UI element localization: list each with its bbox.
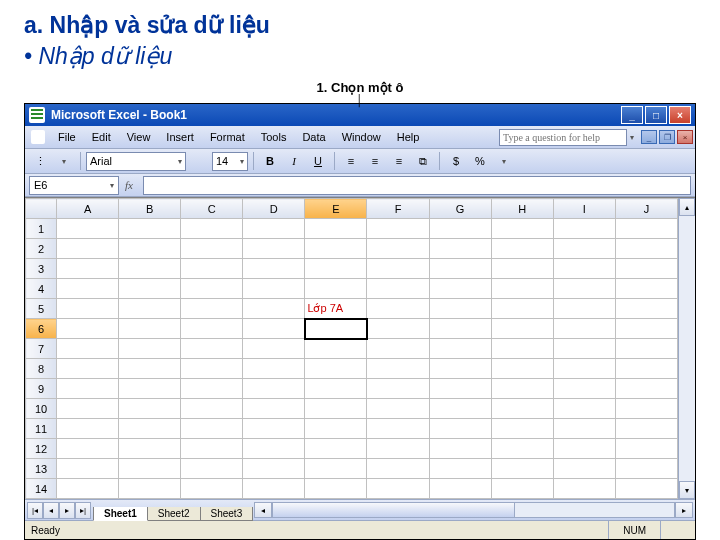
cell-J10[interactable] xyxy=(615,399,677,419)
cell-A14[interactable] xyxy=(57,479,119,499)
cell-E12[interactable] xyxy=(305,439,367,459)
cell-E5[interactable]: Lớp 7A xyxy=(305,299,367,319)
cell-H8[interactable] xyxy=(491,359,553,379)
cell-B9[interactable] xyxy=(119,379,181,399)
cell-D4[interactable] xyxy=(243,279,305,299)
cell-F1[interactable] xyxy=(367,219,429,239)
hscroll-track[interactable] xyxy=(272,502,675,518)
row-header-11[interactable]: 11 xyxy=(26,419,57,439)
column-header-E[interactable]: E xyxy=(305,199,367,219)
cell-C5[interactable] xyxy=(181,299,243,319)
sheet-tab-2[interactable]: Sheet2 xyxy=(147,507,201,521)
cell-G3[interactable] xyxy=(429,259,491,279)
align-left-button[interactable]: ≡ xyxy=(340,152,362,170)
font-name-select[interactable]: Arial▾ xyxy=(86,152,186,171)
cell-B14[interactable] xyxy=(119,479,181,499)
row-header-3[interactable]: 3 xyxy=(26,259,57,279)
name-box[interactable]: E6▾ xyxy=(29,176,119,195)
cell-B4[interactable] xyxy=(119,279,181,299)
cell-E1[interactable] xyxy=(305,219,367,239)
cell-H11[interactable] xyxy=(491,419,553,439)
underline-button[interactable]: U xyxy=(307,152,329,170)
cell-F8[interactable] xyxy=(367,359,429,379)
cell-F2[interactable] xyxy=(367,239,429,259)
cell-H3[interactable] xyxy=(491,259,553,279)
cell-C12[interactable] xyxy=(181,439,243,459)
cell-C2[interactable] xyxy=(181,239,243,259)
cell-B8[interactable] xyxy=(119,359,181,379)
row-header-1[interactable]: 1 xyxy=(26,219,57,239)
cell-A12[interactable] xyxy=(57,439,119,459)
cell-I12[interactable] xyxy=(553,439,615,459)
scroll-down-icon[interactable]: ▾ xyxy=(679,481,695,499)
cell-A13[interactable] xyxy=(57,459,119,479)
cell-A2[interactable] xyxy=(57,239,119,259)
align-right-button[interactable]: ≡ xyxy=(388,152,410,170)
cell-D3[interactable] xyxy=(243,259,305,279)
cell-C13[interactable] xyxy=(181,459,243,479)
menu-insert[interactable]: Insert xyxy=(159,131,201,143)
row-header-5[interactable]: 5 xyxy=(26,299,57,319)
cell-C4[interactable] xyxy=(181,279,243,299)
cell-I9[interactable] xyxy=(553,379,615,399)
cell-A8[interactable] xyxy=(57,359,119,379)
formula-bar[interactable] xyxy=(143,176,691,195)
cell-E11[interactable] xyxy=(305,419,367,439)
cell-I5[interactable] xyxy=(553,299,615,319)
currency-button[interactable]: $ xyxy=(445,152,467,170)
tab-nav-prev-button[interactable]: ◂ xyxy=(43,502,59,519)
cell-J6[interactable] xyxy=(615,319,677,339)
row-header-8[interactable]: 8 xyxy=(26,359,57,379)
cell-G12[interactable] xyxy=(429,439,491,459)
menu-format[interactable]: Format xyxy=(203,131,252,143)
cell-H5[interactable] xyxy=(491,299,553,319)
menu-window[interactable]: Window xyxy=(335,131,388,143)
row-header-13[interactable]: 13 xyxy=(26,459,57,479)
cell-H4[interactable] xyxy=(491,279,553,299)
menu-data[interactable]: Data xyxy=(295,131,332,143)
spreadsheet-grid[interactable]: ABCDEFGHIJ12345Lớp 7A67891011121314 xyxy=(25,198,678,499)
align-center-button[interactable]: ≡ xyxy=(364,152,386,170)
cell-B13[interactable] xyxy=(119,459,181,479)
cell-F13[interactable] xyxy=(367,459,429,479)
cell-A11[interactable] xyxy=(57,419,119,439)
sheet-tab-3[interactable]: Sheet3 xyxy=(200,507,254,521)
cell-H12[interactable] xyxy=(491,439,553,459)
scroll-right-icon[interactable]: ▸ xyxy=(675,502,693,518)
cell-F3[interactable] xyxy=(367,259,429,279)
help-dropdown-icon[interactable]: ▾ xyxy=(630,133,634,142)
cell-F6[interactable] xyxy=(367,319,429,339)
tab-nav-first-button[interactable]: |◂ xyxy=(27,502,43,519)
cell-G11[interactable] xyxy=(429,419,491,439)
column-header-J[interactable]: J xyxy=(615,199,677,219)
cell-D7[interactable] xyxy=(243,339,305,359)
window-close-button[interactable]: × xyxy=(669,106,691,124)
workbook-close-button[interactable]: × xyxy=(677,130,693,144)
cell-E9[interactable] xyxy=(305,379,367,399)
cell-C7[interactable] xyxy=(181,339,243,359)
cell-J13[interactable] xyxy=(615,459,677,479)
toolbar-handle-icon[interactable]: ⋮ xyxy=(29,152,51,170)
bold-button[interactable]: B xyxy=(259,152,281,170)
cell-B3[interactable] xyxy=(119,259,181,279)
cell-D8[interactable] xyxy=(243,359,305,379)
cell-A5[interactable] xyxy=(57,299,119,319)
cell-I11[interactable] xyxy=(553,419,615,439)
select-all-cell[interactable] xyxy=(26,199,57,219)
cell-J7[interactable] xyxy=(615,339,677,359)
cell-G5[interactable] xyxy=(429,299,491,319)
cell-D10[interactable] xyxy=(243,399,305,419)
menu-tools[interactable]: Tools xyxy=(254,131,294,143)
row-header-4[interactable]: 4 xyxy=(26,279,57,299)
cell-J11[interactable] xyxy=(615,419,677,439)
cell-I1[interactable] xyxy=(553,219,615,239)
cell-G6[interactable] xyxy=(429,319,491,339)
cell-B5[interactable] xyxy=(119,299,181,319)
column-header-F[interactable]: F xyxy=(367,199,429,219)
cell-C10[interactable] xyxy=(181,399,243,419)
toolbar-more-icon[interactable]: ▾ xyxy=(493,152,515,170)
cell-C14[interactable] xyxy=(181,479,243,499)
column-header-I[interactable]: I xyxy=(553,199,615,219)
cell-I3[interactable] xyxy=(553,259,615,279)
cell-B12[interactable] xyxy=(119,439,181,459)
